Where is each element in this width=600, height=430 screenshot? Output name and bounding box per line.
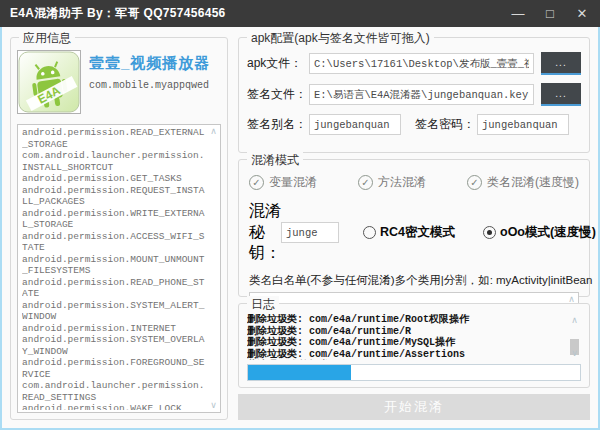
checkbox-row: 变量混淆 方法混淆 类名混淆(速度慢) bbox=[249, 174, 579, 191]
window-controls: — □ ✕ bbox=[510, 7, 590, 20]
progress-fill bbox=[248, 365, 351, 380]
permission-item: android.permission.SYSTEM_ALERT_WINDOW bbox=[22, 300, 206, 323]
scroll-down-icon[interactable]: ∨ bbox=[207, 401, 220, 410]
permission-item: android.permission.FOREGROUND_SERVICE bbox=[22, 357, 206, 380]
checkbox-label: 变量混淆 bbox=[269, 174, 317, 191]
cipher-mode-radio-group: RC4密文模式 oOo模式(速度慢) bbox=[363, 224, 596, 241]
password-label: 签名密码： bbox=[415, 116, 477, 133]
app-info-group-label: 应用信息 bbox=[19, 30, 75, 47]
apk-browse-button[interactable]: ... bbox=[541, 52, 581, 75]
app-header: E4A 壹壹_视频播放器 com.mobile.myappqwed bbox=[17, 50, 221, 114]
keystore-file-row: 签名文件： ... bbox=[247, 83, 581, 106]
permission-item: android.permission.MOUNT_UNMOUNT_FILESYS… bbox=[22, 254, 206, 277]
progress-bar bbox=[247, 364, 581, 381]
log-line: 删除垃圾类: com/e4a/runtime/MySQL操作 bbox=[247, 337, 565, 349]
radio-label: oOo模式(速度慢) bbox=[500, 224, 596, 241]
permission-item: android.permission.REQUEST_INSTALL_PACKA… bbox=[22, 185, 206, 208]
cipher-mode-radio[interactable]: RC4密文模式 bbox=[363, 224, 455, 241]
permission-item: android.permission.WRITE_EXTERNAL_STORAG… bbox=[22, 208, 206, 231]
close-button[interactable]: ✕ bbox=[574, 7, 590, 20]
keystore-file-input[interactable] bbox=[309, 84, 534, 105]
radio-label: RC4密文模式 bbox=[380, 224, 455, 241]
log-area: 删除垃圾类: com/e4a/runtime/Root权限操作删除垃圾类: co… bbox=[247, 314, 581, 360]
obfuscate-mode-group: 混淆模式 变量混淆 方法混淆 类名混淆(速度慢) 混淆秘钥： RC4密文模式 bbox=[238, 159, 590, 297]
app-meta: 壹壹_视频播放器 com.mobile.myappqwed bbox=[89, 50, 210, 114]
window-content: 应用信息 bbox=[0, 27, 600, 430]
apk-file-label: apk文件： bbox=[247, 55, 309, 72]
secret-key-row: 混淆秘钥： RC4密文模式 oOo模式(速度慢) bbox=[249, 201, 579, 264]
check-circle-icon bbox=[467, 175, 482, 190]
permission-item: android.permission.ACCESS_WIFI_STATE bbox=[22, 231, 206, 254]
cipher-mode-radio[interactable]: oOo模式(速度慢) bbox=[483, 224, 596, 241]
check-circle-icon bbox=[358, 175, 373, 190]
maximize-button[interactable]: □ bbox=[542, 7, 558, 20]
checkbox-label: 方法混淆 bbox=[378, 174, 426, 191]
permission-item: com.android.launcher.permission.INSTALL_… bbox=[22, 150, 206, 173]
permission-item: android.permission.SYSTEM_OVERLAY_WINDOW bbox=[22, 334, 206, 357]
android-robot-icon: E4A bbox=[18, 51, 80, 113]
scroll-down-icon[interactable]: ∨ bbox=[568, 349, 581, 358]
window-title: E4A混淆助手 By：军哥 QQ757456456 bbox=[10, 5, 510, 22]
keystore-browse-button[interactable]: ... bbox=[541, 83, 581, 106]
permission-item: com.android.launcher.permission.READ_SET… bbox=[22, 380, 206, 403]
permissions-listbox: android.permission.READ_EXTERNAL_STORAGE… bbox=[17, 124, 221, 413]
permission-item: android.permission.READ_PHONE_STATE bbox=[22, 277, 206, 300]
permission-item: android.permission.READ_EXTERNAL_STORAGE bbox=[22, 127, 206, 150]
apk-file-input[interactable] bbox=[309, 53, 534, 74]
obfuscate-mode-group-label: 混淆模式 bbox=[247, 152, 303, 169]
radio-circle-icon bbox=[363, 226, 376, 239]
keystore-file-label: 签名文件： bbox=[247, 86, 309, 103]
password-input[interactable] bbox=[477, 114, 569, 135]
title-bar: E4A混淆助手 By：军哥 QQ757456456 — □ ✕ bbox=[0, 0, 600, 27]
apk-config-group-label: apk配置(apk与签名文件皆可拖入) bbox=[247, 30, 434, 47]
permissions-scrollbar[interactable]: ∧ ∨ bbox=[207, 125, 220, 412]
app-name: 壹壹_视频播放器 bbox=[89, 54, 210, 73]
obfuscate-checkbox[interactable]: 变量混淆 bbox=[249, 174, 358, 191]
app-icon: E4A bbox=[17, 50, 81, 114]
log-line: 删除垃圾类: com/e4a/runtime/R bbox=[247, 326, 565, 338]
secret-key-label: 混淆秘钥： bbox=[249, 201, 281, 264]
app-package-name: com.mobile.myappqwed bbox=[89, 80, 210, 91]
check-circle-icon bbox=[249, 175, 264, 190]
obfuscate-checkbox[interactable]: 类名混淆(速度慢) bbox=[467, 174, 579, 191]
secret-key-input[interactable] bbox=[281, 222, 339, 243]
permission-item: android.permission.INTERNET bbox=[22, 323, 206, 335]
apk-file-row: apk文件： ... bbox=[247, 52, 581, 75]
permission-item: android.permission.WAKE_LOCK bbox=[22, 403, 206, 410]
log-list[interactable]: 删除垃圾类: com/e4a/runtime/Root权限操作删除垃圾类: co… bbox=[247, 314, 565, 360]
alias-label: 签名别名： bbox=[247, 116, 309, 133]
left-panel: 应用信息 bbox=[10, 37, 228, 420]
obfuscate-checkbox[interactable]: 方法混淆 bbox=[358, 174, 467, 191]
checkbox-label: 类名混淆(速度慢) bbox=[487, 174, 579, 191]
radio-circle-icon bbox=[483, 226, 496, 239]
log-line: 删除垃圾类: com/e4a/runtime/Assertions bbox=[247, 349, 565, 361]
permissions-list[interactable]: android.permission.READ_EXTERNAL_STORAGE… bbox=[22, 127, 206, 410]
log-group-label: 日志 bbox=[247, 296, 279, 313]
scroll-up-icon[interactable]: ∧ bbox=[568, 316, 581, 325]
signature-row: 签名别名： 签名密码： bbox=[247, 114, 581, 135]
whitelist-hint: 类名白名单(不参与任何混淆)多个类用|分割，如: myActivity|init… bbox=[249, 273, 579, 288]
log-scrollbar[interactable]: ∧ ∨ bbox=[568, 314, 581, 360]
right-panel: apk配置(apk与签名文件皆可拖入) apk文件： ... 签名文件： ...… bbox=[238, 37, 590, 420]
start-obfuscate-button[interactable]: 开始混淆 bbox=[238, 394, 590, 420]
app-info-group: 应用信息 bbox=[10, 37, 228, 420]
apk-config-group: apk配置(apk与签名文件皆可拖入) apk文件： ... 签名文件： ...… bbox=[238, 37, 590, 153]
log-line: 删除垃圾类: com/e4a/runtime/Root权限操作 bbox=[247, 314, 565, 326]
alias-input[interactable] bbox=[309, 114, 401, 135]
minimize-button[interactable]: — bbox=[510, 7, 526, 20]
scroll-up-icon[interactable]: ∧ bbox=[207, 127, 220, 136]
log-group: 日志 删除垃圾类: com/e4a/runtime/Root权限操作删除垃圾类:… bbox=[238, 303, 590, 388]
permission-item: android.permission.GET_TASKS bbox=[22, 173, 206, 185]
